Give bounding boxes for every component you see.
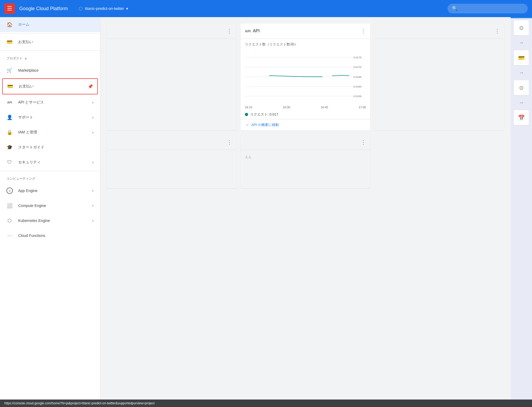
right-panel-item-4[interactable]: 📅 bbox=[514, 110, 529, 125]
x-label-1: 16:30 bbox=[283, 106, 290, 109]
divider2 bbox=[0, 51, 100, 51]
chart-subtitle: リクエスト数（リクエスト数/秒） bbox=[241, 39, 370, 47]
hamburger-button[interactable]: ☰ bbox=[4, 3, 15, 14]
right-panel-item-2[interactable]: 💳 bbox=[514, 50, 529, 65]
billing-icon: 💳 bbox=[7, 83, 13, 90]
right-panel-icon-3: ⊙ bbox=[519, 85, 524, 91]
iam-icon: 🔒 bbox=[6, 129, 13, 136]
sidebar-item-iam[interactable]: 🔒 IAM と管理 › bbox=[0, 125, 100, 140]
sidebar-item-compute-engine[interactable]: ⬜ Compute Engine › bbox=[0, 198, 100, 213]
chevron-right-icon6: › bbox=[92, 203, 94, 208]
marketplace-icon: 🛒 bbox=[6, 67, 13, 74]
right-panel-item-3[interactable]: ⊙ bbox=[514, 80, 529, 95]
card-5: ⋮ えん bbox=[241, 135, 370, 188]
kubernetes-icon: ⬡ bbox=[6, 217, 13, 224]
legend-text: リクエスト: 0.017 bbox=[250, 112, 278, 117]
sidebar-item-home[interactable]: 🏠 ホーム bbox=[0, 17, 100, 32]
sidebar-item-support[interactable]: 👤 サポート › bbox=[0, 110, 100, 125]
chart-svg: 0.0175 0.0170 0.0165 0.0160 0.0155 bbox=[245, 50, 366, 103]
chevron-right-icon2: › bbox=[92, 115, 94, 120]
chevron-right-icon: › bbox=[92, 100, 94, 105]
x-label-0: 16:15 bbox=[245, 106, 252, 109]
svg-text:0.0165: 0.0165 bbox=[353, 75, 362, 78]
card-4: ⋮ bbox=[107, 135, 236, 188]
compute-engine-icon: ⬜ bbox=[6, 202, 13, 209]
divider3 bbox=[0, 171, 100, 171]
statusbar: https://console.cloud.google.com/home?hl… bbox=[0, 400, 532, 407]
right-panel: ⊙ → 💳 → ⊙ → 📅 bbox=[511, 17, 532, 407]
right-panel-arrow-1[interactable]: → bbox=[514, 37, 529, 48]
sidebar-security-label: セキュリティ bbox=[18, 160, 87, 165]
sidebar-billing-label: お支払い bbox=[19, 84, 82, 89]
card-4-menu[interactable]: ⋮ bbox=[227, 139, 232, 145]
right-panel-arrow-2[interactable]: → bbox=[514, 67, 529, 78]
sidebar-guide-label: スタートガイド bbox=[18, 145, 94, 150]
billing-highlighted-wrapper: 💳 お支払い 📌 bbox=[2, 78, 98, 94]
api-card-footer[interactable]: → API の概要に移動 bbox=[241, 119, 370, 130]
guide-icon: 🎓 bbox=[6, 144, 13, 151]
right-panel-arrow-3[interactable]: → bbox=[514, 97, 529, 108]
svg-text:0.0170: 0.0170 bbox=[353, 66, 362, 68]
card-5-menu[interactable]: ⋮ bbox=[361, 139, 366, 145]
footer-text: API の概要に移動 bbox=[251, 122, 279, 127]
security-icon: 🛡 bbox=[6, 159, 13, 166]
empty-text: えん bbox=[245, 155, 252, 159]
api-card-header: API API ⋮ bbox=[241, 24, 370, 39]
api-icon: API bbox=[6, 99, 13, 106]
sidebar-home-label: ホーム bbox=[18, 22, 94, 27]
chevron-right-icon4: › bbox=[92, 160, 94, 165]
card-1-header: ⋮ bbox=[107, 24, 236, 39]
svg-text:0.0160: 0.0160 bbox=[353, 85, 362, 88]
card-3-header: ⋮ bbox=[375, 24, 504, 39]
header: ☰ Google Cloud Platform ⬡ titanic-predic… bbox=[0, 0, 532, 17]
project-icon: ⬡ bbox=[79, 6, 83, 11]
arrow-right-icon-2: → bbox=[519, 70, 524, 76]
computing-section-header: コンピューティング bbox=[0, 172, 100, 183]
pin-icon: 📌 bbox=[88, 84, 93, 89]
project-name: titanic-predict-on-twitter bbox=[85, 6, 124, 11]
right-panel-item-1[interactable]: ⊙ bbox=[514, 20, 529, 35]
right-panel-icon-4: 📅 bbox=[518, 114, 525, 121]
x-label-2: 16:45 bbox=[321, 106, 328, 109]
sidebar-compute-engine-label: Compute Engine bbox=[18, 204, 87, 208]
sidebar-item-app-engine[interactable]: ⊙ App Engine › bbox=[0, 183, 100, 198]
chevron-right-icon3: › bbox=[92, 130, 94, 135]
arrow-icon: → bbox=[245, 122, 249, 127]
sidebar-item-kubernetes[interactable]: ⬡ Kubernetes Engine › bbox=[0, 213, 100, 228]
sidebar-item-api[interactable]: API API とサービス › bbox=[0, 95, 100, 110]
card-4-header: ⋮ bbox=[107, 135, 236, 150]
sidebar-item-marketplace[interactable]: 🛒 Marketplace bbox=[0, 63, 100, 78]
chevron-down-icon: ▾ bbox=[126, 6, 128, 11]
api-card-title: API bbox=[253, 29, 361, 33]
card-1-body bbox=[107, 39, 236, 47]
sidebar-cloud-functions-label: Cloud Functions bbox=[18, 233, 94, 238]
arrow-right-icon-1: → bbox=[519, 40, 524, 46]
x-label-3: 17:00 bbox=[358, 106, 366, 109]
chart-container: 0.0175 0.0170 0.0165 0.0160 0.0155 bbox=[245, 50, 366, 105]
sidebar-item-billing[interactable]: 💳 お支払い 📌 bbox=[3, 79, 97, 94]
sidebar-item-security[interactable]: 🛡 セキュリティ › bbox=[0, 155, 100, 170]
svg-text:0.0155: 0.0155 bbox=[353, 95, 362, 98]
api-card-menu[interactable]: ⋮ bbox=[361, 28, 366, 34]
search-bar[interactable]: 🔍 bbox=[448, 4, 528, 13]
card-3: ⋮ bbox=[375, 24, 504, 130]
support-icon: 👤 bbox=[6, 114, 13, 121]
statusbar-url: https://console.cloud.google.com/home?hl… bbox=[4, 401, 155, 405]
card-1: ⋮ bbox=[107, 24, 236, 130]
card-3-menu[interactable]: ⋮ bbox=[495, 28, 500, 34]
chart-x-labels: 16:15 16:30 16:45 17:00 bbox=[241, 105, 370, 110]
sidebar-item-guide[interactable]: 🎓 スタートガイド bbox=[0, 140, 100, 155]
sidebar-item-billing-top[interactable]: 💳 お支払い bbox=[0, 34, 100, 49]
layout: 🏠 ホーム 💳 お支払い プロダクト ∧ 🛒 Marketplace 💳 お支払… bbox=[0, 17, 532, 407]
right-panel-icon-1: ⊙ bbox=[519, 25, 524, 31]
products-section-header: プロダクト ∧ bbox=[0, 52, 100, 63]
api-prefix: API bbox=[245, 29, 251, 33]
card-4-body bbox=[107, 150, 236, 159]
api-card: API API ⋮ リクエスト数（リクエスト数/秒） bbox=[241, 24, 370, 130]
app-title: Google Cloud Platform bbox=[19, 6, 68, 11]
sidebar: 🏠 ホーム 💳 お支払い プロダクト ∧ 🛒 Marketplace 💳 お支払… bbox=[0, 17, 100, 407]
card-1-menu[interactable]: ⋮ bbox=[227, 28, 232, 34]
sidebar-item-cloud-functions[interactable]: ⋯ Cloud Functions bbox=[0, 228, 100, 243]
project-selector[interactable]: ⬡ titanic-predict-on-twitter ▾ bbox=[79, 6, 128, 11]
billing-top-icon: 💳 bbox=[6, 39, 13, 45]
